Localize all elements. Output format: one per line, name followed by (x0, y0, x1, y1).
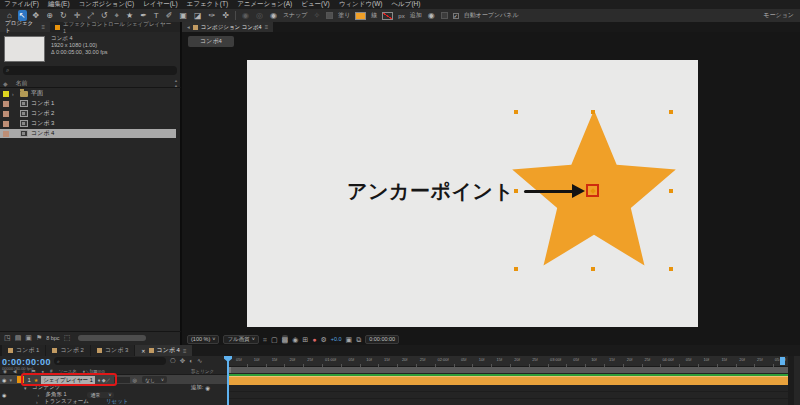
bbox-handle-top-center[interactable] (591, 110, 595, 114)
workspace-button[interactable]: モーション (763, 11, 794, 20)
pan-behind-anchor-tool-icon[interactable]: ⌖ (113, 10, 120, 21)
parent-pickwhip-icon[interactable]: ◎ (133, 377, 137, 383)
twirl-right-icon[interactable]: › (37, 392, 42, 398)
channel-rgb-icon[interactable]: ● (312, 335, 316, 344)
bbox-handle-bottom-right[interactable] (669, 267, 673, 271)
menu-item[interactable]: レイヤー(L) (143, 0, 177, 9)
anchor-point-marker[interactable] (586, 184, 599, 197)
resolution-gear-icon[interactable]: ⚙ (320, 335, 326, 344)
grid-guide-options-icon[interactable]: ⌗ (263, 335, 267, 344)
fill-label[interactable]: 塗り (338, 11, 350, 20)
parent-link-column[interactable]: 親とリンク (191, 369, 214, 374)
new-folder-icon[interactable]: ▤ (15, 334, 22, 342)
eraser-tool-icon[interactable]: ◪ (193, 10, 203, 21)
tab-project[interactable]: プロジェクト ≡ (0, 22, 50, 32)
transform-reset-link[interactable]: リセット (106, 398, 129, 405)
mask-visibility-icon[interactable]: ▢ (271, 335, 278, 344)
rotation-tool-icon[interactable]: ↺ (100, 10, 109, 21)
eye-icon[interactable]: ◉ (2, 377, 6, 383)
comp-end-marker[interactable] (780, 357, 785, 365)
clone-stamp-tool-icon[interactable]: ▣ (178, 10, 188, 21)
type-tool-icon[interactable]: T (153, 10, 160, 21)
color-depth-icon[interactable]: ⚑ (36, 334, 42, 342)
label-color-swatch[interactable] (3, 121, 9, 127)
motion-blur-icon[interactable]: ◐ (189, 357, 193, 365)
label-color-swatch[interactable] (3, 111, 9, 117)
panel-toggle-icon[interactable] (441, 12, 448, 19)
timeline-tab-comp3[interactable]: コンポ 3 (91, 345, 134, 356)
time-ruler[interactable]: 05f10f15f20f25f01:00f05f10f15f20f25f02:0… (228, 356, 794, 367)
transparency-grid-icon[interactable]: ▩ (282, 335, 289, 344)
menu-item[interactable]: エフェクト(T) (187, 0, 229, 9)
project-search-input[interactable]: ⌕ (3, 66, 177, 75)
close-icon[interactable]: ✕ (141, 348, 145, 354)
project-row-comp4-selected[interactable]: コンポ 4 (0, 129, 176, 138)
label-color-swatch[interactable] (3, 91, 9, 97)
auto-open-panel-checkbox[interactable]: ✓ (453, 13, 459, 19)
preview-time-chip[interactable]: 0:00:00:00 (365, 335, 399, 344)
exposure-value[interactable]: +0.0 (331, 336, 342, 342)
menu-item[interactable]: ビュー(V) (301, 0, 329, 9)
bbox-handle-bottom-center[interactable] (591, 267, 595, 271)
tab-composition[interactable]: ◂ コンポジション コンポ4 ≡ (182, 22, 273, 32)
parent-dropdown[interactable]: なし ˅ (142, 376, 167, 383)
add-label[interactable]: 追加 (410, 11, 422, 20)
stroke-width-unit[interactable]: px (398, 13, 404, 19)
timeline-tab-comp4-active[interactable]: ✕ コンポ 4 ≡ (135, 345, 192, 356)
fill-color-swatch[interactable] (355, 12, 366, 20)
timeline-tab-comp1[interactable]: コンポ 1 (2, 345, 45, 356)
current-time-indicator-line[interactable] (227, 356, 229, 405)
timeline-tab-comp2[interactable]: コンポ 2 (46, 345, 89, 356)
tab-effect-controls[interactable]: エフェクトコントロール シェイプレイヤー 1 (50, 22, 180, 32)
grid-toggle-icon[interactable] (326, 12, 333, 19)
orbit-camera-tool-icon[interactable]: ↻ (59, 10, 68, 21)
share-people-icon-2[interactable]: ◎ (255, 10, 264, 21)
chevron-left-icon[interactable]: ◂ (187, 24, 190, 30)
comp-mini-flowchart-button[interactable]: コンポ4 (188, 36, 234, 47)
twirl-icon[interactable]: › (12, 91, 17, 97)
interpret-footage-icon[interactable]: ◳ (4, 334, 11, 342)
menu-item[interactable]: ファイル(F) (4, 0, 39, 9)
layer-duration-bar[interactable] (228, 376, 794, 385)
brush-tool-icon[interactable]: ✐ (165, 10, 174, 21)
bbox-handle-mid-left[interactable] (514, 189, 518, 193)
snap-label[interactable]: スナップ (283, 11, 308, 20)
polygon-row[interactable]: ◉ › 多角形 1 通常 ˅ (0, 391, 228, 398)
region-of-interest-icon[interactable]: ◉ (292, 335, 298, 344)
new-composition-icon[interactable]: ▣ (25, 334, 32, 342)
twirl-right-icon[interactable]: › (36, 399, 41, 405)
add-options-icon[interactable]: ◉ (427, 10, 436, 21)
menu-item[interactable]: 編集(E) (48, 0, 70, 9)
composition-canvas[interactable]: アンカーポイント (247, 60, 698, 327)
timeline-search-input[interactable]: ⌕ (54, 357, 166, 365)
transform-row[interactable]: › トランスフォーム リセット (0, 398, 228, 405)
horizontal-scrollbar[interactable] (78, 335, 146, 341)
dolly-camera-tool-icon[interactable]: ⤢ (86, 10, 94, 21)
bbox-handle-top-left[interactable] (514, 110, 518, 114)
resolution-dropdown[interactable]: フル画質 ˅ (223, 335, 258, 344)
menu-item[interactable]: アニメーション(A) (237, 0, 292, 9)
snap-icon[interactable]: ◉ (269, 10, 278, 21)
shape-tool-icon[interactable]: ★ (125, 10, 134, 21)
label-color-swatch[interactable] (3, 101, 9, 107)
delete-icon[interactable]: ⬚ (64, 334, 71, 342)
composition-flowchart-icon[interactable]: ⎔ (170, 357, 176, 365)
sort-arrows-icon[interactable]: ▲▲ (174, 78, 178, 88)
panel-menu-icon[interactable]: ≡ (265, 24, 269, 30)
label-color-swatch[interactable] (3, 131, 9, 137)
twirl-down-icon[interactable]: ▾ (9, 377, 14, 383)
eye-icon[interactable]: ◉ (2, 392, 6, 398)
draft3d-icon[interactable]: ✥ (180, 357, 185, 365)
puppet-pin-tool-icon[interactable]: ✜ (221, 10, 230, 21)
panel-menu-icon[interactable]: ≡ (183, 348, 187, 354)
pan-camera-tool-icon[interactable]: ✛ (73, 10, 82, 21)
menu-item[interactable]: ヘルプ(H) (391, 0, 420, 9)
show-snapshot-icon[interactable]: ⧉ (356, 335, 361, 344)
timeline-vertical-scrollbar[interactable] (788, 356, 794, 405)
project-row-comp2[interactable]: コンポ 2 (0, 109, 176, 118)
roto-brush-tool-icon[interactable]: ✑ (208, 10, 217, 21)
share-people-icon[interactable]: ◉ (241, 10, 250, 21)
menu-item[interactable]: ウィンドウ(W) (339, 0, 383, 9)
project-row-comp1[interactable]: コンポ 1 (0, 99, 176, 108)
add-property-icon[interactable]: ◉ (205, 385, 210, 391)
